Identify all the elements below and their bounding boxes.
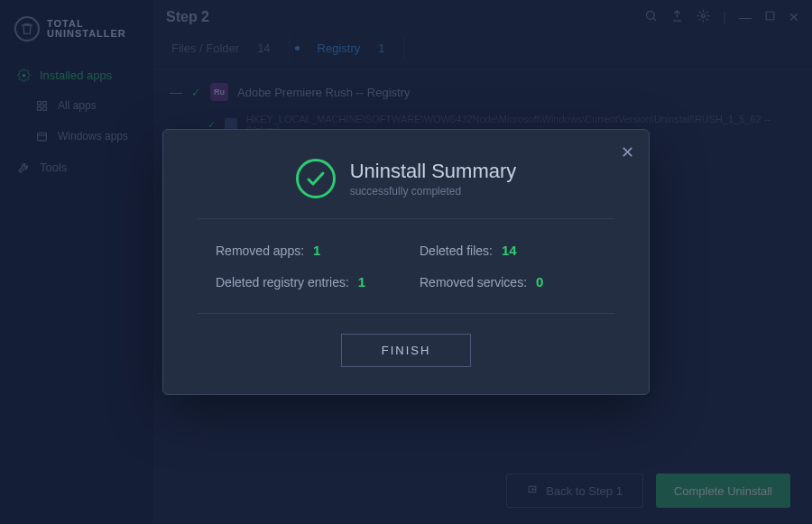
- stat-label: Removed services:: [420, 275, 527, 290]
- stat-value: 14: [502, 243, 517, 258]
- summary-stats: Removed apps: 1 Deleted files: 14 Delete…: [189, 219, 623, 313]
- dialog-footer: FINISH: [189, 314, 623, 367]
- dialog-title: Uninstall Summary: [350, 160, 517, 183]
- finish-button[interactable]: FINISH: [341, 334, 472, 367]
- stat-deleted-files: Deleted files: 14: [420, 243, 596, 258]
- uninstall-summary-dialog: ✕ Uninstall Summary successfully complet…: [162, 129, 650, 395]
- dialog-close-icon[interactable]: ✕: [621, 142, 634, 162]
- stat-label: Deleted files:: [420, 244, 493, 258]
- stat-deleted-registry: Deleted registry entries: 1: [216, 274, 392, 290]
- stat-value: 1: [313, 243, 320, 258]
- dialog-header: Uninstall Summary successfully completed: [189, 150, 623, 218]
- stat-value: 1: [358, 274, 365, 290]
- stat-removed-apps: Removed apps: 1: [216, 243, 392, 258]
- stat-removed-services: Removed services: 0: [420, 274, 596, 290]
- stat-label: Removed apps:: [216, 244, 304, 258]
- modal-overlay: ✕ Uninstall Summary successfully complet…: [0, 0, 812, 524]
- success-check-icon: [296, 159, 336, 198]
- stat-label: Deleted registry entries:: [216, 275, 349, 290]
- stat-value: 0: [536, 274, 543, 290]
- dialog-subtitle: successfully completed: [350, 185, 517, 198]
